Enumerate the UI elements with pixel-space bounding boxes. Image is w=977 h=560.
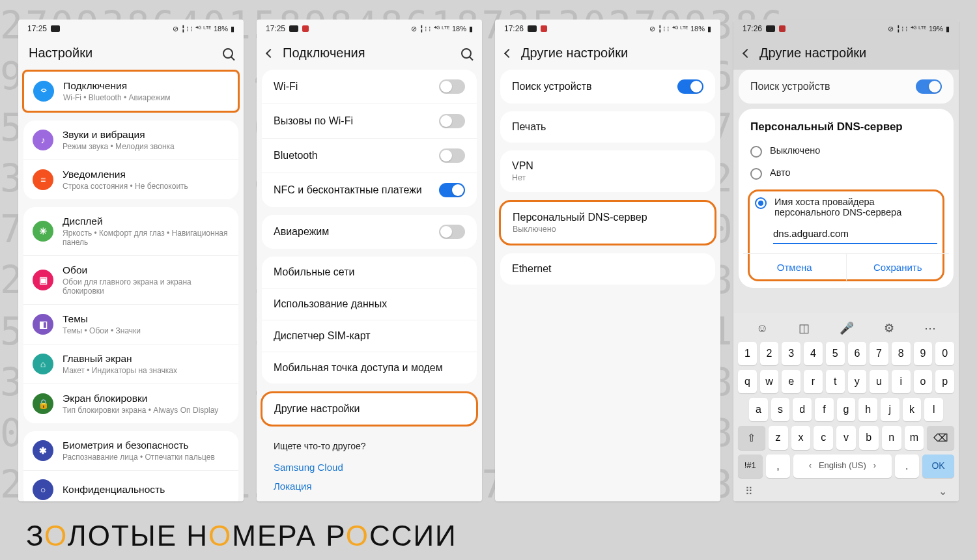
key[interactable]: j [881,398,899,421]
toggle[interactable] [439,148,465,163]
key[interactable]: n [882,426,901,450]
key[interactable]: g [837,398,856,421]
sticker-icon[interactable]: ◫ [799,321,810,335]
more-icon[interactable]: ⋯ [924,321,936,335]
key[interactable]: t [826,370,845,393]
more-settings-row[interactable]: Поиск устройств [500,70,715,104]
key[interactable]: 0 [935,342,954,365]
more-settings-row[interactable]: Другие настройки [262,393,476,425]
settings-row[interactable]: ⌔ ПодключенияWi-Fi • Bluetooth • Авиареж… [22,70,240,113]
radio-hostname[interactable]: Имя хоста провайдера персонального DNS-с… [755,197,937,217]
key[interactable]: e [782,370,800,393]
comma-key[interactable]: , [766,455,791,478]
key[interactable]: p [935,370,954,393]
key[interactable]: d [793,398,812,421]
save-button[interactable]: Сохранить [846,254,950,281]
backspace-key[interactable]: ⌫ [927,426,954,450]
key[interactable]: f [815,398,834,421]
key[interactable]: o [914,370,933,393]
key[interactable]: v [836,426,856,450]
radio-auto[interactable]: Авто [750,167,942,179]
settings-row[interactable]: 🔒 Экран блокировкиТип блокировки экрана … [23,384,238,423]
space-key[interactable]: ‹ English (US) › [793,455,891,478]
dns-hostname-input[interactable] [773,225,937,244]
category-icon: ⌂ [33,354,53,374]
key[interactable]: 7 [870,342,888,365]
key[interactable]: 6 [848,342,867,365]
settings-row[interactable]: ♪ Звуки и вибрацияРежим звука • Мелодия … [23,120,238,160]
key[interactable]: 8 [892,342,911,365]
settings-row[interactable]: ◧ ТемыТемы • Обои • Значки [23,304,238,344]
key[interactable]: s [771,398,790,421]
connections-row[interactable]: Wi-Fi [262,70,477,104]
suggestion-link[interactable]: Samsung Cloud [274,458,465,477]
toggle[interactable] [439,79,465,94]
toggle[interactable] [677,79,703,94]
ok-key[interactable]: OK [922,455,954,478]
key[interactable]: c [814,426,833,450]
key[interactable]: w [760,370,779,393]
key[interactable]: k [903,398,922,421]
settings-icon[interactable]: ⚙ [884,321,894,335]
connections-row[interactable]: Диспетчер SIM-карт [262,320,477,352]
toggle[interactable] [439,225,465,239]
settings-row[interactable]: ⌂ Главный экранМакет • Индикаторы на зна… [23,344,238,384]
key[interactable]: y [848,370,867,393]
key[interactable]: i [892,370,911,393]
settings-row[interactable]: ▣ ОбоиОбои для главного экрана и экрана … [23,255,238,304]
settings-row[interactable]: ○ Конфиденциальность [23,470,238,501]
key[interactable]: 1 [738,342,757,365]
cancel-button[interactable]: Отмена [743,254,846,281]
back-icon[interactable] [504,48,513,57]
key[interactable]: r [804,370,823,393]
category-icon: ≡ [33,169,53,190]
connections-row[interactable]: Использование данных [262,288,477,320]
shift-key[interactable]: ⇧ [738,426,765,450]
symbols-key[interactable]: !#1 [738,455,763,478]
search-icon[interactable] [223,48,233,59]
row-device-search[interactable]: Поиск устройств [739,70,954,104]
key[interactable]: x [791,426,811,450]
radio-off[interactable]: Выключено [750,145,942,157]
back-icon[interactable] [266,48,275,57]
more-settings-row[interactable]: Печать [500,111,715,143]
search-icon[interactable] [461,48,472,59]
more-settings-row[interactable]: VPNНет [500,150,715,192]
connections-row[interactable]: Мобильные сети [262,257,477,288]
key[interactable]: a [749,398,768,421]
toggle[interactable] [439,183,465,197]
category-icon: 🔒 [33,393,53,414]
key[interactable]: 9 [914,342,933,365]
key[interactable]: q [738,370,757,393]
emoji-icon[interactable]: ☺ [756,322,768,335]
mic-icon[interactable]: 🎤 [840,321,854,335]
back-icon[interactable] [743,48,752,57]
settings-row[interactable]: ✱ Биометрия и безопасностьРаспознавание … [23,431,238,470]
suggestion-link[interactable]: Локация [274,477,465,496]
toggle[interactable] [439,114,465,128]
key[interactable]: 5 [826,342,845,365]
key[interactable]: h [858,398,877,421]
key[interactable]: m [905,426,924,450]
settings-row[interactable]: ≡ УведомленияСтрока состояния • Не беспо… [23,160,238,199]
key[interactable]: l [924,398,943,421]
connections-row[interactable]: Авиарежим [262,215,477,249]
more-settings-row[interactable]: Персональный DNS-серверВыключено [501,202,715,244]
key[interactable]: 3 [782,342,800,365]
connections-row[interactable]: NFC и бесконтактные платежи [262,173,477,207]
key[interactable]: u [870,370,888,393]
suggestion-link[interactable]: Android Auto [274,496,465,501]
key[interactable]: 2 [760,342,779,365]
dot-key[interactable]: . [895,455,920,478]
settings-row[interactable]: ☀ ДисплейЯркость • Комфорт для глаз • На… [23,207,238,255]
toggle[interactable] [916,79,942,94]
connections-row[interactable]: Вызовы по Wi-Fi [262,104,477,138]
connections-row[interactable]: Bluetooth [262,138,477,173]
keyboard-collapse-icon[interactable]: ⠿ [745,485,753,497]
key[interactable]: 4 [804,342,823,365]
connections-row[interactable]: Мобильная точка доступа и модем [262,352,477,384]
more-settings-row[interactable]: Ethernet [500,253,715,285]
keyboard-expand-icon[interactable]: ⌄ [939,485,947,497]
key[interactable]: z [769,426,788,450]
key[interactable]: b [859,426,879,450]
